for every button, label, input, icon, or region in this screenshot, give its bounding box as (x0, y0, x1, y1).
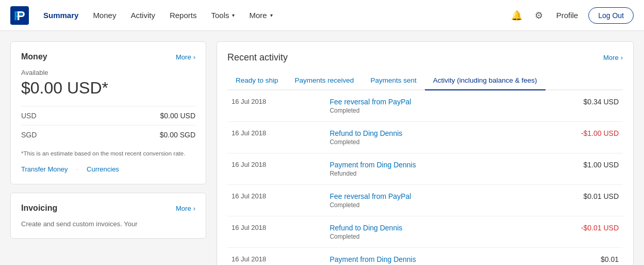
transaction-description: Payment from Ding Dennis Refunded (325, 153, 525, 185)
tools-chevron-icon: ▾ (232, 12, 235, 18)
transaction-description: Refund to Ding Dennis Completed (325, 122, 525, 153)
activity-header: Recent activity More › (227, 52, 623, 63)
invoicing-card-title: Invoicing (21, 204, 57, 213)
transaction-date: 16 Jul 2018 (227, 248, 325, 266)
usd-row: USD $0.00 USD (21, 106, 195, 125)
left-column: Money More › Available $0.00 USD* USD $0… (10, 41, 206, 265)
table-row: 16 Jul 2018 Refund to Ding Dennis Comple… (227, 216, 623, 248)
transfer-money-link[interactable]: Transfer Money (21, 165, 68, 174)
sgd-code: SGD (21, 131, 37, 139)
table-row: 16 Jul 2018 Payment from Ding Dennis Ref… (227, 153, 623, 185)
money-more-link[interactable]: More › (176, 53, 195, 61)
transaction-date: 16 Jul 2018 (227, 90, 325, 122)
transaction-description: Refund to Ding Dennis Completed (325, 216, 525, 248)
transaction-description: Fee reversal from PayPal Completed (325, 185, 525, 216)
table-row: 16 Jul 2018 Fee reversal from PayPal Com… (227, 185, 623, 216)
transaction-status: Completed (329, 233, 521, 240)
activity-tabs: Ready to ship Payments received Payments… (227, 71, 623, 90)
activity-title: Recent activity (227, 52, 288, 63)
notification-bell-button[interactable]: 🔔 (508, 7, 525, 24)
transaction-link[interactable]: Refund to Ding Dennis (329, 129, 402, 137)
invoicing-card-header: Invoicing More › (21, 204, 195, 213)
svg-text:P: P (16, 8, 25, 22)
nav-more[interactable]: More ▾ (243, 7, 278, 24)
transaction-status: Refunded (329, 170, 521, 177)
estimate-note: *This is an estimate based on the most r… (21, 149, 195, 158)
usd-code: USD (21, 112, 37, 120)
settings-button[interactable]: ⚙ (532, 7, 546, 24)
more-chevron-icon: ▾ (270, 12, 273, 18)
transaction-amount: -$0.01 USD (525, 216, 623, 248)
transaction-status: Completed (329, 107, 521, 114)
activity-more-chevron-icon: › (621, 54, 623, 61)
tab-activity-balance-fees[interactable]: Activity (including balance & fees) (425, 71, 546, 90)
transaction-amount: $0.34 USD (525, 90, 623, 122)
invoicing-more-link[interactable]: More › (176, 205, 195, 212)
navbar: P P Summary Money Activity Reports Tools… (0, 0, 644, 31)
transaction-link[interactable]: Payment from Ding Dennis (329, 255, 416, 263)
transaction-status: Completed (329, 138, 521, 146)
transaction-description: Payment from Ding Dennis Refunded (325, 248, 525, 266)
transaction-description: Fee reversal from PayPal Completed (325, 90, 525, 122)
activity-card: Recent activity More › Ready to ship Pay… (217, 41, 634, 265)
bell-icon: 🔔 (511, 10, 522, 21)
main-content: Money More › Available $0.00 USD* USD $0… (0, 31, 644, 265)
transaction-amount: $0.01 USD (525, 185, 623, 216)
invoicing-card: Invoicing More › Create and send custom … (10, 193, 206, 239)
nav-reports[interactable]: Reports (163, 7, 203, 24)
tab-payments-received[interactable]: Payments received (287, 71, 362, 90)
action-separator: · (76, 165, 78, 174)
transaction-amount: $0.01 (525, 248, 623, 266)
sgd-amount: $0.00 SGD (160, 131, 195, 139)
transaction-date: 16 Jul 2018 (227, 216, 325, 248)
money-card: Money More › Available $0.00 USD* USD $0… (10, 41, 206, 184)
table-row: 16 Jul 2018 Refund to Ding Dennis Comple… (227, 122, 623, 153)
nav-activity[interactable]: Activity (124, 7, 161, 24)
profile-link[interactable]: Profile (552, 8, 583, 23)
money-card-actions: Transfer Money · Currencies (21, 165, 195, 174)
transaction-link[interactable]: Fee reversal from PayPal (329, 98, 411, 106)
right-column: Recent activity More › Ready to ship Pay… (217, 41, 634, 265)
logout-button[interactable]: Log Out (588, 7, 634, 24)
nav-links: Summary Money Activity Reports Tools ▾ M… (37, 7, 508, 24)
tab-ready-to-ship[interactable]: Ready to ship (227, 71, 287, 90)
activity-more-link[interactable]: More › (603, 54, 623, 61)
paypal-logo[interactable]: P P (10, 6, 29, 25)
money-more-chevron-icon: › (193, 53, 195, 61)
usd-amount: $0.00 USD (160, 112, 195, 120)
transaction-link[interactable]: Refund to Ding Dennis (329, 224, 402, 232)
nav-tools[interactable]: Tools ▾ (205, 7, 241, 24)
money-card-title: Money (21, 52, 47, 61)
sgd-row: SGD $0.00 SGD (21, 125, 195, 144)
transaction-amount: -$1.00 USD (525, 122, 623, 153)
transaction-link[interactable]: Fee reversal from PayPal (329, 192, 411, 200)
invoicing-more-chevron-icon: › (193, 205, 195, 212)
transaction-date: 16 Jul 2018 (227, 122, 325, 153)
transaction-link[interactable]: Payment from Ding Dennis (329, 161, 416, 169)
money-card-header: Money More › (21, 52, 195, 61)
currencies-link[interactable]: Currencies (87, 165, 119, 174)
available-label: Available (21, 69, 195, 76)
tab-payments-sent[interactable]: Payments sent (362, 71, 424, 90)
activity-table: 16 Jul 2018 Fee reversal from PayPal Com… (227, 90, 623, 265)
transaction-date: 16 Jul 2018 (227, 153, 325, 185)
balance-amount: $0.00 USD* (21, 79, 195, 98)
nav-right: 🔔 ⚙ Profile Log Out (508, 7, 634, 24)
gear-icon: ⚙ (535, 10, 543, 21)
transaction-status: Completed (329, 201, 521, 209)
transaction-date: 16 Jul 2018 (227, 185, 325, 216)
transaction-amount: $1.00 USD (525, 153, 623, 185)
table-row: 16 Jul 2018 Fee reversal from PayPal Com… (227, 90, 623, 122)
nav-summary[interactable]: Summary (37, 7, 85, 24)
invoicing-description: Create and send custom invoices. Your (21, 220, 195, 228)
nav-money[interactable]: Money (87, 7, 122, 24)
table-row: 16 Jul 2018 Payment from Ding Dennis Ref… (227, 248, 623, 266)
